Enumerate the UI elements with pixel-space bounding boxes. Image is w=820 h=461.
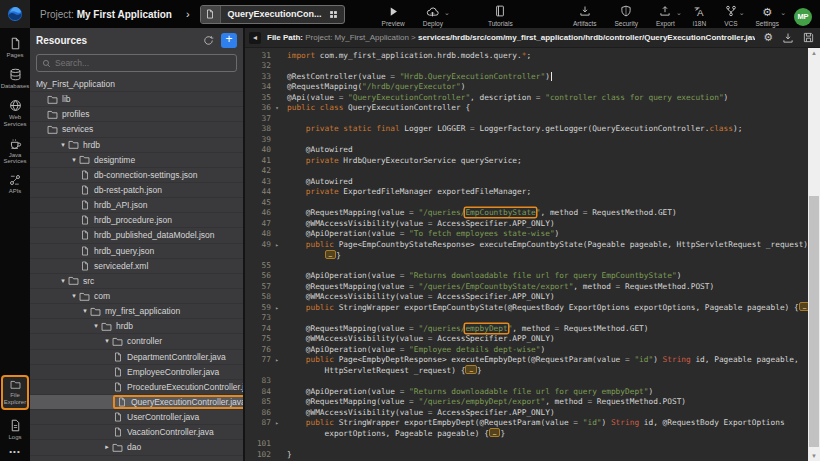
code-line[interactable]: 75 @WMAccessVisibility(value = AccessSpe… [245,334,808,345]
code-line[interactable]: 37 [245,113,808,124]
fold-toggle-icon[interactable]: ▸ [271,356,283,363]
tree-row[interactable]: ▾hrdb [30,319,243,334]
chevron-down-icon[interactable]: ▾ [80,307,90,315]
collapsed-code-icon[interactable]: … [465,365,477,374]
tree-row[interactable]: VacationController.java [30,425,243,440]
tree-row[interactable]: db-connection-settings.json [30,168,243,183]
code-line[interactable]: 33@RestController(value = "Hrdb.QueryExe… [245,71,808,82]
code-line[interactable]: 76 @ApiOperation(value = "Employee detai… [245,344,808,355]
code-editor[interactable]: 31import com.my_first_application.hrdb.m… [245,48,808,461]
fold-toggle-icon[interactable]: ▸ [271,419,283,426]
tree-row[interactable]: ▾controller [30,334,243,349]
chevron-down-icon[interactable]: ▾ [91,322,101,330]
rail-item-java-services[interactable]: Java Services [1,137,29,166]
fold-toggle-icon[interactable]: ▸ [271,304,283,311]
code-line[interactable]: 56 @ApiOperation(value = "Returns downlo… [245,271,808,282]
project-breadcrumb[interactable]: Project: My First Application [40,9,172,20]
code-line[interactable]: 86 @WMAccessVisibility(value = AccessSpe… [245,407,808,418]
rail-item-file-explorer[interactable]: File Explorer [1,375,29,410]
code-line[interactable]: 55 [245,260,808,271]
search-input[interactable] [55,58,231,68]
rail-item-web-services[interactable]: Web Services [1,99,29,128]
code-line[interactable]: 49▸ public Page<EmpCountbyStateResponse>… [245,239,808,250]
app-logo[interactable] [0,0,30,28]
scroll-up-icon[interactable]: ▲ [811,48,817,58]
tree-row[interactable]: ▸dao [30,440,243,455]
tree-row[interactable]: profiles [30,107,243,122]
code-line[interactable]: exportOptions, Pageable pageable) {…} [245,428,808,439]
code-line[interactable]: 44 private ExportedFileManager exportedF… [245,187,808,198]
code-line[interactable]: 38 private static final Logger LOGGER = … [245,124,808,135]
tree-row[interactable]: hrdb_procedure.json [30,213,243,228]
tutorials-button[interactable]: Tutorials [488,5,513,27]
tree-row[interactable]: ProcedureExecutionController.java [30,380,243,395]
tree-row[interactable]: servicedef.xml [30,259,243,274]
chevron-down-icon[interactable]: ▾ [69,156,79,164]
save-file-icon[interactable] [803,32,814,43]
chevron-down-icon[interactable]: ▾ [58,141,68,149]
code-line[interactable]: 85 @RequestMapping(value = "/queries/emp… [245,397,808,408]
tree-row[interactable]: ▾com [30,289,243,304]
tree-row[interactable]: hrdb_published_dataModel.json [30,228,243,243]
code-line[interactable]: 47 @WMAccessVisibility(value = AccessSpe… [245,218,808,229]
chevron-down-icon[interactable]: ▾ [102,337,112,345]
export-button[interactable]: Export⌄ [656,5,675,27]
code-line[interactable]: 74 @RequestMapping(value = "/queries/emp… [245,323,808,334]
tree-row[interactable]: hrdb_query.json [30,244,243,259]
tree-row[interactable]: ▾designtime [30,153,243,168]
code-line[interactable]: 59▸ public StringWrapper exportEmpCountb… [245,302,808,313]
tree-row[interactable]: DepartmentController.java [30,350,243,365]
code-line[interactable]: 83 [245,376,808,387]
tab-grid-icon[interactable] [329,10,344,19]
deploy-button[interactable]: Deploy⌄ [423,5,443,27]
tree-row[interactable]: db-rest-patch.json [30,183,243,198]
code-line[interactable]: 46 @RequestMapping(value = "/queries/Emp… [245,208,808,219]
i18n-button[interactable]: Ai18N [693,5,706,27]
code-line[interactable]: HttpServletRequest _request) {…} [245,365,808,376]
code-line[interactable]: 77▸ public Page<EmpbyDeptResponse> execu… [245,355,808,366]
code-line[interactable]: 48 @ApiOperation(value = "To fetch emplo… [245,229,808,240]
rail-item-logs[interactable]: Logs [1,419,29,441]
tree-row[interactable]: services [30,122,243,137]
tab-document-icon[interactable] [201,5,221,24]
code-line[interactable]: …} [245,250,808,261]
fold-toggle-icon[interactable]: ▾ [271,104,283,111]
chevron-down-icon[interactable]: ⌄ [739,9,745,17]
code-line[interactable]: 84 @ApiOperation(value = "Returns downlo… [245,386,808,397]
tree-row[interactable]: EmployeeController.java [30,365,243,380]
tree-row[interactable]: ▾my_first_application [30,304,243,319]
rail-item-databases[interactable]: Databases [1,68,29,90]
code-line[interactable]: 73 [245,313,808,324]
artifacts-button[interactable]: Artifacts [573,5,596,27]
collapsed-code-icon[interactable]: … [489,428,501,437]
code-line[interactable]: 57 @RequestMapping(value = "/queries/Emp… [245,281,808,292]
collapse-panel-button[interactable]: ◂ [249,32,261,44]
chevron-right-icon[interactable]: ▸ [102,443,112,451]
user-avatar[interactable]: MP [794,8,812,26]
code-line[interactable]: 36▾public class QueryExecutionController… [245,103,808,114]
scroll-down-icon[interactable]: ▼ [811,451,817,461]
editor-scrollbar[interactable]: ▲ ▼ [808,48,820,461]
chevron-down-icon[interactable]: ▾ [58,277,68,285]
code-line[interactable]: 43 @Autowired [245,176,808,187]
refresh-icon[interactable] [203,35,214,46]
rail-item-apis[interactable]: APIs [1,174,29,195]
preview-button[interactable]: Preview [382,5,405,27]
code-line[interactable]: 102} [245,449,808,460]
code-line[interactable]: 31import com.my_first_application.hrdb.m… [245,50,808,61]
add-resource-button[interactable]: + [221,33,237,48]
tree-row[interactable]: My_First_Application [30,77,243,92]
chevron-down-icon[interactable]: ⌄ [780,9,786,17]
chevron-down-icon[interactable]: ⌄ [676,9,682,17]
editor-settings-icon[interactable]: ⚙ [763,32,773,43]
tree-row[interactable]: ▾hrdb [30,138,243,153]
fold-toggle-icon[interactable]: ▸ [271,241,283,248]
chevron-down-icon[interactable]: ▾ [69,292,79,300]
rail-item-pages[interactable]: Pages [1,37,29,59]
collapsed-code-icon[interactable]: … [325,250,337,259]
tree-row[interactable]: lib [30,92,243,107]
rail-more-button[interactable]: ••• [9,447,20,456]
code-line[interactable]: 42 [245,166,808,177]
tree-row[interactable]: ▾src [30,274,243,289]
tree-row[interactable]: QueryExecutionController.java [30,395,243,410]
